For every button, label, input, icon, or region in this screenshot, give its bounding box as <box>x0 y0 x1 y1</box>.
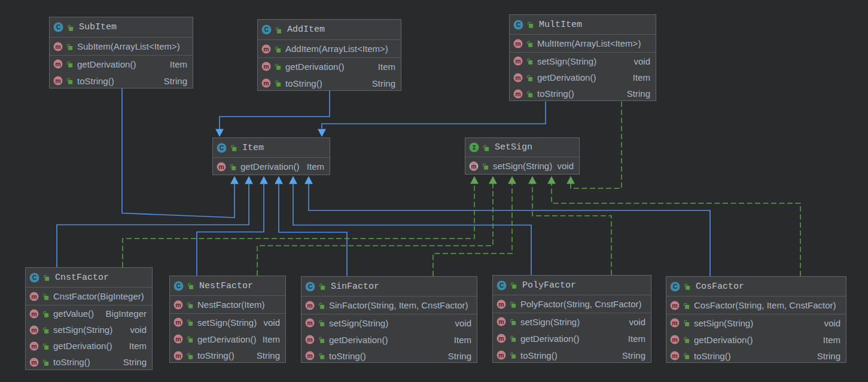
svg-text:m: m <box>307 336 312 343</box>
svg-text:m: m <box>175 352 181 359</box>
svg-text:C: C <box>673 283 678 290</box>
svg-text:m: m <box>515 74 520 81</box>
svg-text:I: I <box>472 144 476 151</box>
svg-text:m: m <box>175 335 181 343</box>
svg-text:m: m <box>55 60 60 68</box>
svg-text:m: m <box>307 319 312 326</box>
svg-text:m: m <box>498 352 504 359</box>
svg-text:C: C <box>56 23 61 30</box>
svg-text:C: C <box>220 144 224 151</box>
svg-text:m: m <box>175 319 181 326</box>
svg-text:m: m <box>55 42 60 50</box>
svg-text:m: m <box>307 301 312 308</box>
svg-text:m: m <box>175 301 181 308</box>
svg-text:C: C <box>264 26 269 33</box>
svg-text:m: m <box>672 352 677 359</box>
svg-text:m: m <box>31 310 36 317</box>
svg-text:m: m <box>515 57 520 65</box>
svg-text:m: m <box>263 63 269 70</box>
svg-text:C: C <box>308 283 313 290</box>
svg-text:m: m <box>672 301 677 308</box>
svg-text:m: m <box>218 163 224 170</box>
svg-text:m: m <box>471 162 476 169</box>
svg-text:C: C <box>176 282 181 289</box>
svg-text:m: m <box>263 80 269 87</box>
svg-text:m: m <box>31 326 36 333</box>
svg-text:m: m <box>672 336 677 343</box>
svg-text:m: m <box>498 300 504 307</box>
svg-text:C: C <box>32 274 37 281</box>
svg-text:m: m <box>515 39 520 47</box>
svg-text:m: m <box>672 319 677 326</box>
svg-text:m: m <box>515 90 520 97</box>
svg-text:m: m <box>263 45 269 52</box>
svg-text:m: m <box>31 358 36 365</box>
svg-text:m: m <box>307 352 312 359</box>
svg-text:m: m <box>55 77 60 84</box>
svg-text:m: m <box>498 318 504 325</box>
svg-text:C: C <box>500 282 504 289</box>
svg-text:m: m <box>31 292 36 300</box>
svg-text:m: m <box>498 335 504 342</box>
svg-text:C: C <box>516 21 521 28</box>
svg-text:m: m <box>31 342 36 349</box>
